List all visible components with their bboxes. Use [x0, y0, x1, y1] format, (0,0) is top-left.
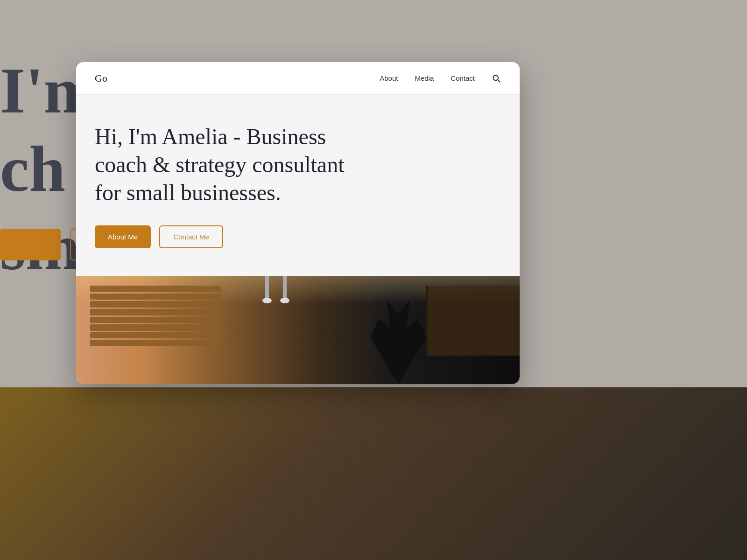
navbar: Go About Media Contact	[76, 62, 520, 95]
main-modal: Go About Media Contact Hi, I'm Amelia - …	[76, 62, 520, 384]
window-blinds	[90, 286, 221, 346]
hero-section: Hi, I'm Amelia - Business coach & strate…	[76, 95, 520, 276]
nav-link-contact[interactable]: Contact	[451, 74, 475, 82]
hero-buttons: About Me Contact Me	[95, 225, 501, 248]
lamp-1	[265, 276, 269, 300]
contact-me-button[interactable]: Contact Me	[159, 225, 223, 248]
bg-btn-solid	[0, 229, 61, 260]
search-icon	[492, 74, 501, 83]
svg-line-1	[498, 79, 500, 82]
lamp-area	[265, 276, 287, 300]
plant-silhouette	[370, 291, 426, 384]
nav-links: About Media Contact	[380, 74, 501, 83]
nav-logo: Go	[95, 72, 107, 84]
nav-link-media[interactable]: Media	[415, 74, 434, 82]
office-image	[76, 276, 520, 384]
hero-title: Hi, I'm Amelia - Business coach & strate…	[95, 123, 375, 207]
lamp-2	[283, 276, 287, 300]
shelf	[426, 286, 520, 356]
search-button[interactable]	[492, 74, 501, 83]
svg-point-0	[493, 75, 498, 80]
nav-link-about[interactable]: About	[380, 74, 398, 82]
bg-bottom-inner	[0, 387, 747, 560]
about-me-button[interactable]: About Me	[95, 225, 151, 248]
image-section	[76, 276, 520, 384]
bg-bottom	[0, 387, 747, 560]
